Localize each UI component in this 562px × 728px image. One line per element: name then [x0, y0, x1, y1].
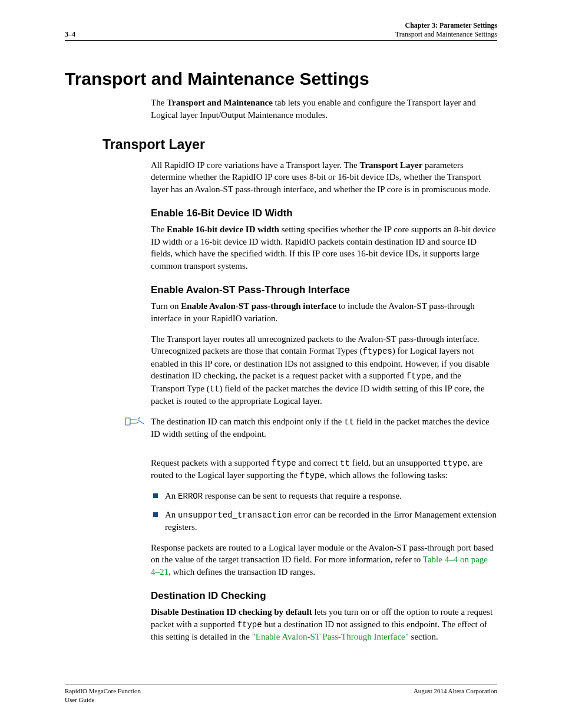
footer-right: August 2014 Altera Corporation [414, 687, 497, 704]
bold-text: Enable Avalon-ST pass-through interface [181, 301, 336, 311]
bold-text: Transport and Maintenance [167, 98, 273, 107]
text: and correct [296, 458, 340, 467]
code-text: ftypes [362, 347, 392, 356]
destination-paragraph: Disable Destination ID checking by defau… [151, 606, 497, 643]
text: All RapidIO IP core variations have a Tr… [151, 160, 360, 170]
text: The destination ID can match this endpoi… [151, 417, 344, 426]
transport-block: All RapidIO IP core variations have a Tr… [151, 159, 497, 196]
list-item: An ERROR response can be sent to request… [151, 490, 497, 502]
text: The [151, 98, 167, 107]
footer-product: RapidIO MegaCore Function [65, 687, 141, 696]
header-chapter: Chapter 3: Parameter Settings [395, 21, 497, 30]
heading-3-enable-16bit: Enable 16-Bit Device ID Width [151, 206, 497, 220]
text: Turn on [151, 301, 181, 311]
text: , which defines the transaction ID range… [168, 567, 315, 577]
bold-text: Transport Layer [360, 160, 423, 170]
list-item: An unsupported_transaction error can be … [151, 509, 497, 533]
section-link[interactable]: "Enable Avalon-ST Pass-Through Interface… [252, 632, 409, 641]
intro-paragraph: The Transport and Maintenance tab lets y… [151, 97, 497, 121]
heading-1: Transport and Maintenance Settings [65, 67, 497, 91]
avalon-paragraph-1: Turn on Enable Avalon-ST pass-through in… [151, 300, 497, 324]
footer-left: RapidIO MegaCore Function User Guide [65, 687, 141, 704]
code-text: unsupported_transaction [178, 510, 292, 520]
code-text: ttype [442, 459, 467, 468]
text: An [165, 510, 178, 519]
request-paragraph: Request packets with a supported ftype a… [151, 457, 497, 482]
text: The [151, 225, 167, 234]
code-text: ftype [300, 471, 325, 480]
text: An [165, 491, 178, 500]
code-text: ftype [237, 620, 262, 630]
page-footer: RapidIO MegaCore Function User Guide Aug… [65, 684, 497, 704]
intro-block: The Transport and Maintenance tab lets y… [151, 97, 497, 121]
heading-3-avalon: Enable Avalon-ST Pass-Through Interface [151, 283, 497, 297]
code-text: tt [340, 459, 350, 468]
request-block: Request packets with a supported ftype a… [151, 457, 497, 578]
bold-text: Disable Destination ID checking by defau… [151, 607, 312, 617]
page: 3–4 Chapter 3: Parameter Settings Transp… [0, 0, 562, 728]
page-header: 3–4 Chapter 3: Parameter Settings Transp… [65, 21, 497, 41]
code-text: ftype [272, 459, 296, 468]
code-text: ERROR [178, 492, 203, 501]
header-right: Chapter 3: Parameter Settings Transport … [395, 21, 497, 39]
code-text: ftype [406, 371, 431, 381]
response-paragraph: Response packets are routed to a Logical… [151, 542, 497, 578]
enable16-paragraph: The Enable 16-bit device ID width settin… [151, 223, 497, 272]
hand-pointer-icon [65, 416, 151, 427]
text: field, but an unsupported [350, 458, 442, 467]
destination-block: Disable Destination ID checking by defau… [151, 606, 497, 643]
avalon-block: Turn on Enable Avalon-ST pass-through in… [151, 300, 497, 407]
text: , which allows the following tasks: [325, 470, 448, 480]
transport-paragraph: All RapidIO IP core variations have a Tr… [151, 159, 497, 196]
heading-2-transport-layer: Transport Layer [103, 136, 497, 154]
note-paragraph: The destination ID can match this endpoi… [151, 416, 497, 440]
heading-3-destination-id: Destination ID Checking [151, 589, 497, 602]
header-section: Transport and Maintenance Settings [395, 30, 497, 39]
note-text: The destination ID can match this endpoi… [151, 416, 497, 449]
note: The destination ID can match this endpoi… [65, 416, 497, 449]
enable16-block: The Enable 16-bit device ID width settin… [151, 223, 497, 272]
text: response can be sent to requests that re… [203, 491, 402, 500]
svg-rect-0 [125, 418, 130, 425]
avalon-paragraph-2: The Transport layer routes all unrecogni… [151, 333, 497, 407]
bold-text: Enable 16-bit device ID width [167, 225, 279, 234]
code-text: tt [210, 384, 220, 394]
text: Request packets with a supported [151, 458, 272, 467]
bullet-list: An ERROR response can be sent to request… [151, 490, 497, 533]
page-number: 3–4 [65, 30, 75, 39]
code-text: tt [344, 417, 354, 427]
text: section. [409, 632, 438, 641]
footer-guide: User Guide [65, 696, 141, 704]
